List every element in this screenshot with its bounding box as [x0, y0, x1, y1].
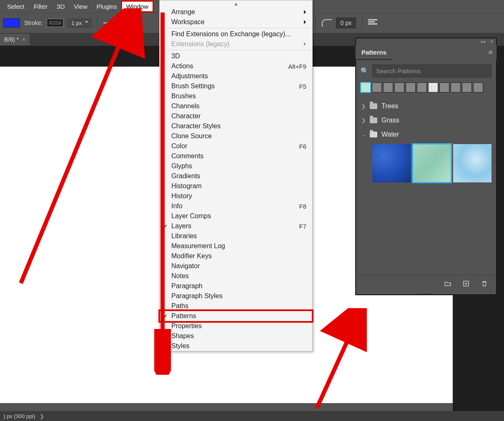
- pattern-thumb[interactable]: [417, 82, 427, 92]
- pattern-thumb[interactable]: [462, 82, 472, 92]
- chevron-right-icon[interactable]: ❯: [40, 413, 44, 419]
- water-pattern-grid: [361, 144, 491, 182]
- menu-item-label: Layer Comps: [171, 212, 211, 220]
- menu-view[interactable]: View: [69, 1, 92, 12]
- menu-item-adjustments[interactable]: Adjustments: [160, 71, 312, 81]
- menu-item-workspace[interactable]: Workspace: [160, 17, 312, 27]
- menu-3d[interactable]: 3D: [52, 1, 69, 12]
- pattern-thumb[interactable]: [439, 82, 449, 92]
- menu-item-label: Histogram: [171, 182, 202, 190]
- patterns-tab[interactable]: Patterns: [356, 45, 392, 60]
- menu-item-properties[interactable]: Properties: [160, 321, 312, 331]
- menu-item-label: Find Extensions on Exchange (legacy)...: [171, 30, 291, 38]
- menu-item-label: Character Styles: [171, 122, 221, 130]
- menu-item-label: Glyphs: [171, 162, 192, 170]
- menu-item-channels[interactable]: Channels: [160, 101, 312, 111]
- align-icon[interactable]: [368, 19, 377, 27]
- pattern-thumb[interactable]: [406, 82, 416, 92]
- menu-window[interactable]: Window: [122, 1, 153, 12]
- close-icon[interactable]: ×: [490, 39, 493, 45]
- folder-new-icon[interactable]: [444, 280, 451, 287]
- menu-item-label: Adjustments: [171, 72, 208, 80]
- pattern-thumb[interactable]: [428, 82, 438, 92]
- pattern-thumb[interactable]: [372, 144, 411, 182]
- scroll-up-icon[interactable]: ▲: [160, 0, 312, 7]
- pattern-thumb[interactable]: [383, 82, 393, 92]
- menu-item-find-extensions-on-exchange-legacy[interactable]: Find Extensions on Exchange (legacy)...: [160, 29, 312, 39]
- menu-item-character[interactable]: Character: [160, 111, 312, 121]
- menu-item-label: Notes: [171, 272, 189, 280]
- menu-item-measurement-log[interactable]: Measurement Log: [160, 241, 312, 251]
- menu-item-layer-comps[interactable]: Layer Comps: [160, 211, 312, 221]
- collapse-icon[interactable]: ««: [481, 39, 486, 45]
- menu-item-label: Clone Source: [171, 132, 212, 140]
- folder-water[interactable]: ⌄ Water: [361, 127, 491, 142]
- menu-select[interactable]: Select: [3, 1, 29, 12]
- fill-swatch[interactable]: [3, 18, 20, 27]
- pattern-thumb[interactable]: [451, 82, 461, 92]
- panel-menu-icon[interactable]: ≡: [489, 49, 492, 56]
- menu-item-label: Navigator: [171, 262, 200, 270]
- menu-item-label: Comments: [171, 152, 203, 160]
- pattern-thumb[interactable]: [453, 144, 491, 182]
- menu-item-label: Libraries: [171, 232, 197, 240]
- search-input[interactable]: [372, 65, 491, 77]
- menu-plugins[interactable]: Plugins: [92, 1, 121, 12]
- folder-trees[interactable]: ❯ Trees: [361, 99, 491, 113]
- menu-item-label: Measurement Log: [171, 242, 225, 250]
- document-tab[interactable]: B/8) * ×: [0, 34, 30, 45]
- menu-item-3d[interactable]: 3D: [160, 51, 312, 61]
- w-label: W:: [127, 20, 134, 26]
- menu-item-info[interactable]: InfoF8: [160, 201, 312, 211]
- resize-grip[interactable]: [356, 291, 496, 295]
- stroke-style-dropdown[interactable]: [103, 22, 123, 23]
- menu-item-label: Workspace: [171, 18, 205, 26]
- panel-topbar: «« ×: [356, 38, 496, 45]
- menu-item-brushes[interactable]: Brushes: [160, 91, 312, 101]
- menu-item-histogram[interactable]: Histogram: [160, 181, 312, 191]
- menu-item-brush-settings[interactable]: Brush SettingsF5: [160, 81, 312, 91]
- corner-radius-input[interactable]: 0 px: [336, 17, 356, 28]
- menu-item-patterns[interactable]: Patterns: [160, 311, 312, 321]
- menu-item-paragraph-styles[interactable]: Paragraph Styles: [160, 291, 312, 301]
- menu-item-history[interactable]: History: [160, 191, 312, 201]
- stroke-swatch[interactable]: [47, 19, 63, 27]
- menu-item-character-styles[interactable]: Character Styles: [160, 121, 312, 131]
- menu-item-comments[interactable]: Comments: [160, 151, 312, 161]
- menu-item-navigator[interactable]: Navigator: [160, 261, 312, 271]
- folder-grass[interactable]: ❯ Grass: [361, 113, 491, 127]
- menu-filter[interactable]: Filter: [29, 1, 52, 12]
- menu-item-actions[interactable]: ActionsAlt+F9: [160, 61, 312, 71]
- menu-item-clone-source[interactable]: Clone Source: [160, 131, 312, 141]
- menu-item-arrange[interactable]: Arrange: [160, 7, 312, 17]
- pattern-thumb[interactable]: [473, 82, 483, 92]
- menu-item-label: Info: [171, 202, 183, 210]
- corner-radius-icon: [322, 19, 332, 27]
- pattern-thumb[interactable]: [372, 82, 382, 92]
- menu-item-layers[interactable]: LayersF7: [160, 221, 312, 231]
- menu-item-paragraph[interactable]: Paragraph: [160, 281, 312, 291]
- pattern-thumb[interactable]: [394, 82, 404, 92]
- menu-item-label: Shapes: [171, 332, 194, 340]
- submenu-arrow-icon: [304, 42, 308, 46]
- menu-item-glyphs[interactable]: Glyphs: [160, 161, 312, 171]
- menu-item-notes[interactable]: Notes: [160, 271, 312, 281]
- menu-item-libraries[interactable]: Libraries: [160, 231, 312, 241]
- close-icon[interactable]: ×: [22, 36, 25, 43]
- pattern-thumb[interactable]: [361, 82, 371, 92]
- window-menu-dropdown: ▲ ArrangeWorkspaceFind Extensions on Exc…: [159, 0, 313, 351]
- stroke-width-dropdown[interactable]: 1 px: [68, 19, 91, 27]
- new-pattern-icon[interactable]: [462, 280, 470, 287]
- trash-icon[interactable]: [481, 280, 488, 287]
- pattern-thumb-selected[interactable]: [413, 144, 451, 182]
- menu-item-styles[interactable]: Styles: [160, 341, 312, 351]
- menu-item-color[interactable]: ColorF6: [160, 141, 312, 151]
- menu-item-modifier-keys[interactable]: Modifier Keys: [160, 251, 312, 261]
- menu-item-label: Color: [171, 142, 187, 150]
- folder-label: Grass: [381, 117, 399, 124]
- menu-item-gradients[interactable]: Gradients: [160, 171, 312, 181]
- menu-item-shapes[interactable]: Shapes: [160, 331, 312, 341]
- menu-item-paths[interactable]: Paths: [160, 301, 312, 311]
- folder-icon: [370, 103, 377, 109]
- patterns-panel: «« × Patterns ≡ 🔍 ❯ Trees: [355, 37, 497, 295]
